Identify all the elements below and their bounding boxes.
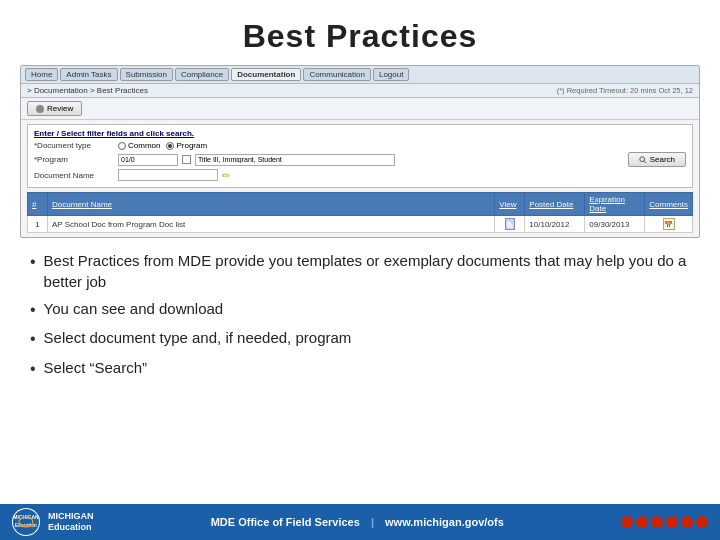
nav-compliance[interactable]: Compliance (175, 68, 229, 81)
nav-bar: Home Admin Tasks Submission Compliance D… (21, 66, 699, 84)
search-label: Search (650, 155, 675, 164)
logo-text: MICHIGAN Education (48, 511, 94, 533)
col-header-view: View (495, 193, 525, 216)
program-row: *Program Search (34, 152, 686, 167)
bullet-text-3: Select document type and, if needed, pro… (44, 327, 352, 348)
cell-view[interactable]: 📄 (495, 216, 525, 233)
bullet-item-4: • Select “Search” (30, 357, 690, 380)
svg-point-2 (13, 509, 39, 535)
page-title: Best Practices (0, 0, 720, 65)
radio-common-circle (118, 142, 126, 150)
footer-org: MDE Office of Field Services (211, 516, 360, 528)
cell-num: 1 (28, 216, 48, 233)
logo-circle: MICHIGAN Education (12, 508, 40, 536)
col-header-num: # (28, 193, 48, 216)
nav-home[interactable]: Home (25, 68, 58, 81)
footer-left: MICHIGAN Education MICHIGAN Education (12, 508, 94, 536)
program-checkbox[interactable] (182, 155, 191, 164)
program-input[interactable] (118, 154, 178, 166)
col-header-comments: Comments (645, 193, 693, 216)
search-icon (639, 156, 647, 164)
nav-submission[interactable]: Submission (120, 68, 173, 81)
bullet-dot-2: • (30, 299, 36, 321)
cell-expiration: 09/30/2013 (585, 216, 645, 233)
review-icon (36, 105, 44, 113)
pencil-icon: ✏ (222, 170, 230, 181)
doc-name-row: Document Name ✏ (34, 169, 686, 181)
search-button[interactable]: Search (628, 152, 686, 167)
dot-2 (636, 516, 648, 528)
screenshot-box: Home Admin Tasks Submission Compliance D… (20, 65, 700, 238)
bullet-dot-1: • (30, 251, 36, 273)
radio-common[interactable]: Common (118, 141, 160, 150)
nav-admin-tasks[interactable]: Admin Tasks (60, 68, 117, 81)
dot-1 (621, 516, 633, 528)
cell-posted: 10/10/2012 (525, 216, 585, 233)
footer-url: www.michigan.gov/ofs (385, 516, 504, 528)
cell-name[interactable]: AP School Doc from Program Doc list (48, 216, 495, 233)
nav-logout[interactable]: Logout (373, 68, 409, 81)
footer-pipe: | (371, 516, 377, 528)
cal-icon: 📅 (663, 218, 675, 230)
footer: MICHIGAN Education MICHIGAN Education MD… (0, 504, 720, 540)
col-header-posted: Posted Date (525, 193, 585, 216)
breadcrumb-right: (*) Required Timeout: 20 mins Oct 25, 12 (557, 86, 693, 95)
bullet-dot-3: • (30, 328, 36, 350)
radio-common-label: Common (128, 141, 160, 150)
col-header-exp: Expiration Date (585, 193, 645, 216)
breadcrumb-path: > Documentation > Best Practices (27, 86, 148, 95)
bullet-text-2: You can see and download (44, 298, 224, 319)
breadcrumb-bar: > Documentation > Best Practices (*) Req… (21, 84, 699, 98)
michigan-logo: MICHIGAN Education (12, 508, 40, 536)
nav-communication[interactable]: Communication (303, 68, 371, 81)
doc-type-row: *Document type Common Program (34, 141, 686, 150)
radio-program-circle (166, 142, 174, 150)
doc-name-input[interactable] (118, 169, 218, 181)
file-icon: 📄 (505, 218, 515, 230)
nav-documentation[interactable]: Documentation (231, 68, 301, 81)
radio-program[interactable]: Program (166, 141, 207, 150)
dot-3 (651, 516, 663, 528)
program-label: *Program (34, 155, 114, 164)
radio-program-label: Program (176, 141, 207, 150)
col-header-name: Document Name (48, 193, 495, 216)
doc-name-label: Document Name (34, 171, 114, 180)
program-text-input[interactable] (195, 154, 395, 166)
svg-point-0 (639, 156, 644, 161)
dot-4 (666, 516, 678, 528)
cell-comments[interactable]: 📅 (645, 216, 693, 233)
review-label: Review (47, 104, 73, 113)
bullet-section: • Best Practices from MDE provide you te… (0, 238, 720, 394)
doc-type-radio-group: Common Program (118, 141, 207, 150)
bullet-item-3: • Select document type and, if needed, p… (30, 327, 690, 350)
bullet-item-2: • You can see and download (30, 298, 690, 321)
results-table: # Document Name View Posted Date Expirat… (27, 192, 693, 233)
bullet-text-1: Best Practices from MDE provide you temp… (44, 250, 690, 292)
filter-section: Enter / Select filter fields and click s… (27, 124, 693, 188)
review-row: Review (21, 98, 699, 120)
bullet-dot-4: • (30, 358, 36, 380)
filter-title: Enter / Select filter fields and click s… (34, 129, 686, 138)
svg-line-1 (644, 161, 646, 163)
review-button[interactable]: Review (27, 101, 82, 116)
table-row: 1 AP School Doc from Program Doc list 📄 … (28, 216, 693, 233)
doc-type-label: *Document type (34, 141, 114, 150)
bullet-item-1: • Best Practices from MDE provide you te… (30, 250, 690, 292)
bullet-text-4: Select “Search” (44, 357, 147, 378)
dot-5 (681, 516, 693, 528)
dot-6 (696, 516, 708, 528)
footer-center: MDE Office of Field Services | www.michi… (94, 516, 622, 528)
footer-dots (621, 516, 708, 528)
